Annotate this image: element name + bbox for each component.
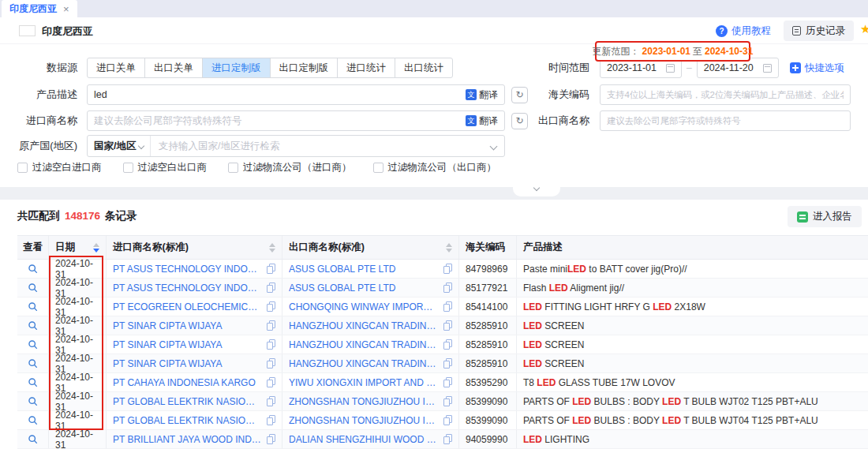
exporter-name-input[interactable] [607,116,844,125]
exporter-link[interactable]: HANGZHOU XINGCAN TRADING CO LTD [289,320,438,331]
exporter-link[interactable]: ASUS GLOBAL PTE LTD [289,264,438,275]
copy-icon[interactable] [443,264,452,274]
column-header[interactable]: 进口商名称(标准) [107,236,282,259]
copy-icon[interactable] [266,396,275,406]
view-cell[interactable] [17,279,49,297]
datasource-option[interactable]: 出口关单 [144,58,203,78]
importer-link[interactable]: PT SINAR CIPTA WIJAYA [113,339,261,350]
magnifier-icon[interactable] [28,377,38,387]
exporter-link[interactable]: HANGZHOU XINGCAN TRADING CO LTD [289,339,438,350]
exporter-link[interactable]: HANGZHOU XINGCAN TRADING CO LTD [289,358,438,369]
view-cell[interactable] [17,335,49,354]
importer-name-input[interactable] [94,115,466,126]
hs-code-input[interactable] [607,90,844,99]
magnifier-icon[interactable] [28,282,38,293]
magnifier-icon[interactable] [28,320,38,331]
importer-link[interactable]: PT SINAR CIPTA WIJAYA [113,320,261,331]
magnifier-icon[interactable] [28,358,38,369]
copy-icon[interactable] [266,282,275,293]
checkbox-icon[interactable] [17,163,28,173]
copy-icon[interactable] [443,358,452,369]
importer-link[interactable]: PT CAHAYA INDONESIA KARGO [113,377,261,388]
exporter-link[interactable]: YIWU XIONGXIN IMPORT AND EXPORT... [289,377,438,388]
datasource-option[interactable]: 进口关单 [87,58,145,78]
importer-link[interactable]: PT ASUS TECHNOLOGY INDONESIA BA... [113,282,261,294]
history-records-button[interactable]: 历史记录 [784,21,854,41]
magnifier-icon[interactable] [28,396,38,406]
copy-icon[interactable] [443,301,452,312]
filter-checkbox[interactable]: 过滤物流公司（进口商） [228,161,352,174]
view-cell[interactable] [17,316,49,335]
column-header[interactable]: 日期 [49,236,107,259]
view-cell[interactable] [17,354,49,372]
copy-icon[interactable] [443,434,452,444]
checkbox-icon[interactable] [123,163,133,173]
importer-link[interactable]: PT ASUS TECHNOLOGY INDONESIA BA... [113,264,261,275]
view-cell[interactable] [17,392,49,410]
star-icon[interactable]: ★ [860,22,868,36]
hs-code-field[interactable] [600,84,851,105]
copy-icon[interactable] [266,377,275,387]
product-desc-input[interactable] [94,89,466,100]
datasource-option[interactable]: 进口统计 [337,58,395,78]
copy-icon[interactable] [266,301,275,312]
sort-carets-icon[interactable] [90,243,99,253]
translate-button[interactable]: 文 翻译 [466,114,498,128]
checkbox-icon[interactable] [228,163,238,173]
magnifier-icon[interactable] [28,415,38,425]
column-header[interactable]: 出口商名称(标准) [282,236,459,259]
view-cell[interactable] [17,260,49,278]
product-desc-field[interactable]: 文 翻译 [87,84,505,105]
magnifier-icon[interactable] [28,339,38,350]
filter-checkbox[interactable]: 过滤空白进口商 [17,161,102,174]
tab-indonesia[interactable]: 印度尼西亚 × [2,0,77,17]
importer-link[interactable]: PT SINAR CIPTA WIJAYA [113,358,261,369]
copy-icon[interactable] [443,415,452,425]
exporter-link[interactable]: ASUS GLOBAL PTE LTD [289,282,438,294]
copy-icon[interactable] [266,415,275,425]
copy-icon[interactable] [443,282,452,293]
translate-button[interactable]: 文 翻译 [466,88,498,102]
exporter-link[interactable]: DALIAN SHENGZHIHUI WOOD INDUST... [289,434,438,445]
copy-icon[interactable] [266,358,275,369]
importer-link[interactable]: PT GLOBAL ELEKTRIK NASIONAL [113,415,261,426]
checkbox-icon[interactable] [373,163,383,173]
datasource-option[interactable]: 出口统计 [395,58,453,78]
magnifier-icon[interactable] [28,264,38,274]
copy-icon[interactable] [443,320,452,331]
importer-link[interactable]: PT BRILLIANT JAYA WOOD INDUSTRY [113,434,261,445]
close-icon[interactable]: × [63,4,69,14]
view-cell[interactable] [17,297,49,316]
quick-options-link[interactable]: 快捷选项 [790,62,844,75]
importer-link[interactable]: PT ECOGREEN OLEOCHEMICALS [113,301,261,312]
copy-icon[interactable] [266,320,275,331]
tutorial-link[interactable]: ? 使用教程 [716,24,771,38]
copy-icon[interactable] [266,264,275,274]
datasource-option[interactable]: 进口定制版 [202,58,271,78]
origin-type-select[interactable]: 国家/地区 [88,136,151,156]
importer-link[interactable]: PT GLOBAL ELEKTRIK NASIONAL [113,396,261,407]
exporter-name-field[interactable] [600,110,851,131]
filter-checkbox[interactable]: 过滤物流公司（出口商） [373,161,497,174]
enter-report-button[interactable]: 进入报告 [788,206,862,227]
exporter-link[interactable]: CHONGQING WINWAY IMPORT AND E... [289,301,438,312]
magnifier-icon[interactable] [28,434,38,444]
origin-country-field[interactable]: 国家/地区 支持输入国家/地区进行检索 [87,135,505,157]
magnifier-icon[interactable] [28,301,38,312]
copy-icon[interactable] [443,377,452,387]
copy-icon[interactable] [443,396,452,406]
view-cell[interactable] [17,411,49,429]
sort-carets-icon[interactable] [266,243,275,253]
datasource-option[interactable]: 出口定制版 [270,58,339,78]
view-cell[interactable] [17,373,49,391]
importer-name-field[interactable]: 文 翻译 [87,110,505,131]
filter-checkbox[interactable]: 过滤空白出口商 [123,161,208,174]
copy-icon[interactable] [266,339,275,350]
exporter-link[interactable]: ZHONGSHAN TONGJIUZHOU INTERNA... [289,396,438,407]
exporter-link[interactable]: ZHONGSHAN TONGJIUZHOU INTERNA... [289,415,438,426]
collapse-panel-button[interactable] [513,187,560,196]
copy-icon[interactable] [443,339,452,350]
copy-icon[interactable] [266,434,275,444]
view-cell[interactable] [17,430,49,448]
sort-carets-icon[interactable] [443,243,452,253]
